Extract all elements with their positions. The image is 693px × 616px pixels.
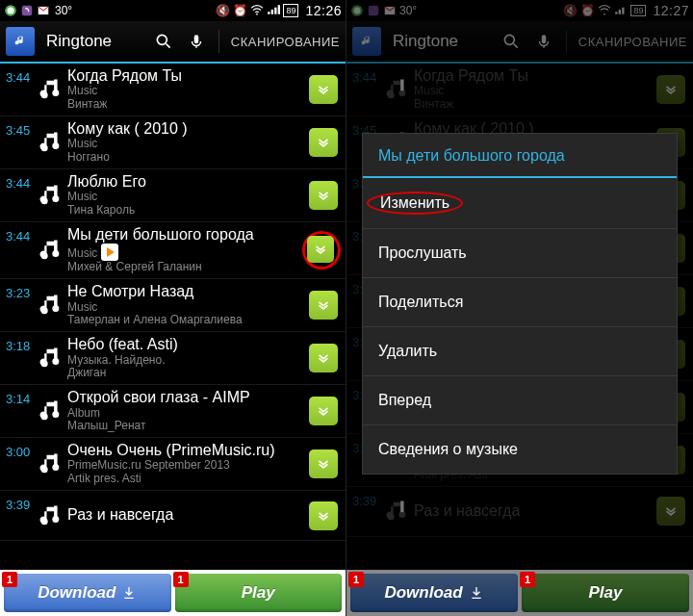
search-icon[interactable] (153, 31, 174, 52)
song-album: Музыка. Найдено. (67, 354, 305, 368)
menu-item[interactable]: Прослушать (363, 229, 677, 278)
song-title: Открой свои глаза - AIMP (67, 389, 305, 406)
song-meta: Не Смотри НазадMusicТамерлан и Алена Ома… (67, 283, 309, 327)
svg-point-23 (41, 518, 48, 525)
download-song-button[interactable] (309, 449, 338, 478)
song-meta: Кому как ( 2010 )MusicНоггано (67, 120, 309, 165)
screenshot-left: 30° 🔇 ⏰ 89 12:26 Ringtone СКАНИРОВАНИЕ 3… (0, 0, 346, 616)
song-artist: Джиган (67, 367, 305, 380)
music-note-icon (37, 398, 64, 424)
song-title: Люблю Его (67, 173, 305, 191)
song-row[interactable]: 3:00Очень Очень (PrimeMusic.ru)PrimeMusi… (0, 438, 346, 491)
song-row[interactable]: 3:39Раз и навсегда (0, 491, 346, 541)
song-artist: Тина Кароль (67, 204, 305, 218)
bottom-bar: 1 Download 1 Play (0, 570, 346, 616)
song-title: Когда Рядом Ты (67, 67, 305, 85)
music-note-icon (37, 502, 64, 529)
download-song-button[interactable] (309, 128, 338, 157)
bottom-bar: 1 Download 1 Play (346, 570, 693, 616)
mute-icon: 🔇 (216, 4, 230, 17)
song-album: Music (67, 85, 305, 98)
play-button[interactable]: 1 Play (175, 574, 343, 612)
song-album: Album (67, 407, 305, 421)
song-meta: Мы дети большого городаMusicМихей & Серг… (67, 226, 305, 274)
song-title: Раз и навсегда (67, 506, 305, 524)
song-album: Music (67, 244, 301, 261)
svg-point-11 (41, 197, 48, 204)
menu-item[interactable]: Изменить (363, 178, 677, 229)
song-duration: 3:39 (6, 495, 35, 512)
svg-point-13 (41, 252, 48, 259)
song-row[interactable]: 3:45Кому как ( 2010 )MusicНоггано (0, 116, 346, 169)
song-meta: Когда Рядом ТыMusicВинтаж (67, 67, 309, 112)
play-button[interactable]: 1 Play (522, 574, 689, 612)
download-song-button[interactable] (309, 501, 338, 530)
song-title: Мы дети большого города (67, 226, 301, 244)
menu-item[interactable]: Сведения о музыке (363, 425, 677, 474)
context-menu: Мы дети большого города ИзменитьПрослуша… (362, 133, 678, 475)
menu-item[interactable]: Поделиться (363, 278, 677, 327)
song-artist: Artik pres. Asti (67, 473, 305, 486)
dialog-title: Мы дети большого города (363, 134, 677, 176)
viber-icon (20, 4, 34, 17)
now-playing-icon (101, 244, 118, 261)
song-row[interactable]: 3:44Когда Рядом ТыMusicВинтаж (0, 64, 346, 116)
song-list[interactable]: 3:44Когда Рядом ТыMusicВинтаж3:45Кому ка… (0, 64, 346, 541)
battery-icon: 89 (283, 4, 298, 17)
song-title: Очень Очень (PrimeMusic.ru) (67, 442, 305, 459)
svg-rect-6 (194, 35, 199, 43)
download-arrow-icon (121, 585, 137, 601)
svg-point-19 (41, 413, 48, 420)
song-meta: Очень Очень (PrimeMusic.ru)PrimeMusic.ru… (67, 442, 309, 486)
download-song-button[interactable] (309, 397, 338, 425)
music-note-icon (37, 129, 64, 156)
song-duration: 3:45 (6, 120, 35, 138)
song-row[interactable]: 3:44Люблю ЕгоMusicТина Кароль (0, 169, 346, 222)
song-row[interactable]: 3:14Открой свои глаза - AIMPAlbumМалыш_Р… (0, 385, 346, 438)
song-artist: Михей & Сергей Галанин (67, 261, 301, 274)
app-bar: Ringtone СКАНИРОВАНИЕ (0, 21, 346, 64)
song-artist: Малыш_Ренат (67, 420, 305, 433)
download-song-button[interactable] (309, 291, 338, 320)
app-title: Ringtone (46, 32, 112, 51)
menu-item[interactable]: Вперед (363, 376, 677, 425)
clock: 12:26 (305, 3, 342, 18)
song-album: Music (67, 138, 305, 151)
music-note-icon (37, 237, 64, 264)
app-icon[interactable] (6, 27, 35, 56)
song-meta: Люблю ЕгоMusicТина Кароль (67, 173, 309, 218)
svg-point-7 (41, 91, 48, 98)
song-duration: 3:23 (6, 283, 35, 300)
song-meta: Небо (feat. Asti)Музыка. Найдено.Джиган (67, 336, 309, 380)
svg-point-9 (41, 144, 48, 151)
svg-point-21 (41, 466, 48, 473)
song-duration: 3:44 (6, 173, 35, 191)
song-artist: Ноггано (67, 151, 305, 165)
download-song-button[interactable] (309, 75, 338, 104)
song-album: PrimeMusic.ru September 2013 (67, 459, 305, 473)
song-meta: Раз и навсегда (67, 506, 309, 524)
song-row[interactable]: 3:18Небо (feat. Asti)Музыка. Найдено.Джи… (0, 332, 346, 385)
download-song-button[interactable] (307, 236, 334, 263)
song-album: Music (67, 191, 305, 204)
download-song-button[interactable] (309, 344, 338, 372)
music-note-icon (37, 450, 64, 477)
song-artist: Винтаж (67, 98, 305, 112)
download-button[interactable]: 1 Download (4, 574, 171, 612)
song-duration: 3:00 (6, 442, 35, 459)
alarm-icon: ⏰ (233, 4, 247, 17)
scan-button[interactable]: СКАНИРОВАНИЕ (231, 35, 340, 49)
song-title: Не Смотри Назад (67, 283, 305, 300)
menu-item[interactable]: Удалить (363, 327, 677, 376)
status-bar: 30° 🔇 ⏰ 89 12:26 (0, 0, 346, 21)
download-badge: 1 (2, 572, 17, 587)
song-duration: 3:44 (6, 67, 35, 85)
song-duration: 3:18 (6, 336, 35, 353)
song-row[interactable]: 3:44Мы дети большого городаMusicМихей & … (0, 222, 346, 279)
mic-icon[interactable] (186, 31, 207, 52)
download-song-button[interactable] (309, 181, 338, 210)
song-meta: Открой свои глаза - AIMPAlbumМалыш_Ренат (67, 389, 309, 433)
download-button[interactable]: 1 Download (350, 574, 518, 612)
song-row[interactable]: 3:23Не Смотри НазадMusicТамерлан и Алена… (0, 279, 346, 332)
gmail-icon (37, 4, 50, 17)
